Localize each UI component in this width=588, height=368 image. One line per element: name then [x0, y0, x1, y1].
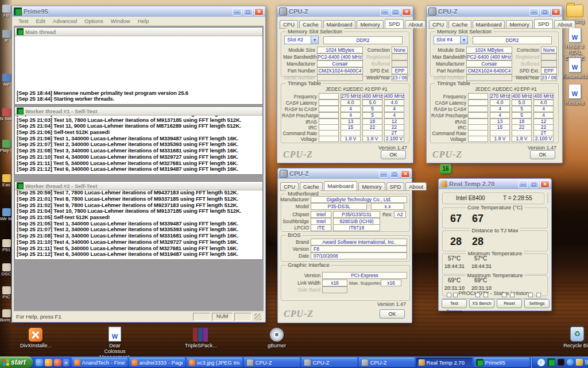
minimize-button[interactable]: — [380, 8, 389, 16]
partial-desktop-icon[interactable]: N Star [0, 108, 13, 121]
status-checkbox[interactable] [502, 293, 506, 297]
prime95-titlebar[interactable]: Prime95 — ▢ ✕ [12, 6, 265, 17]
task-button-cpuz-3[interactable]: CPU-Z [359, 358, 415, 367]
menu-edit[interactable]: Edit [36, 18, 45, 24]
tab-mainboard[interactable]: Mainboard [323, 20, 356, 28]
maximize-button[interactable]: ▢ [391, 8, 400, 16]
task-button-andrei3333[interactable]: andrei3333 - Page 1 -... [129, 358, 185, 367]
cpuz-titlebar[interactable]: CPU-Z — ▢ ✕ [277, 6, 413, 17]
tab-about[interactable]: About [554, 20, 575, 28]
menu-window[interactable]: Window [111, 18, 130, 24]
desktop-icon-phase2-real-estate[interactable]: W HASE 2 REAL ESTATE [559, 28, 588, 61]
desktop-icon-resume[interactable]: W Resume [559, 84, 588, 106]
maximize-button[interactable]: ▢ [540, 8, 550, 16]
partial-desktop-icon[interactable]: PIC [0, 286, 13, 300]
settings-button[interactable]: Settings [524, 299, 550, 308]
slot-select-dropdown[interactable]: Slot #2 ▼ [284, 36, 319, 44]
minimize-button[interactable]: — [233, 8, 242, 16]
desktop-icon-resume01[interactable]: W Resume01 [559, 57, 588, 79]
cpuz-titlebar[interactable]: CPU-Z — ▢ ✕ [427, 6, 562, 17]
close-button[interactable]: ✕ [540, 181, 550, 188]
partial-desktop-icon[interactable]: R [0, 30, 13, 43]
realtemp-titlebar[interactable]: Real Temp 2.70 — ▢ ✕ [439, 179, 551, 189]
menu-test[interactable]: Test [18, 18, 28, 24]
partial-desktop-icon[interactable]: P51 [0, 239, 13, 252]
tab-cpu[interactable]: CPU [280, 20, 298, 28]
task-button-cpuz-1[interactable]: CPU-Z [244, 358, 300, 367]
tray-collapse-icon[interactable]: ‹ [537, 359, 545, 366]
tab-spd[interactable]: SPD [385, 19, 404, 28]
menu-options[interactable]: Options [84, 18, 103, 24]
chevron-expand-icon[interactable]: » [63, 359, 69, 366]
partial-desktop-icon[interactable]: Wir Mes [0, 208, 13, 221]
partial-desktop-icon[interactable]: Ne [0, 74, 13, 87]
tab-memory[interactable]: Memory [357, 20, 383, 28]
firefox-icon[interactable] [54, 359, 61, 366]
partial-desktop-icon[interactable]: Boris_ [0, 309, 13, 323]
prime95-tray-icon[interactable] [547, 358, 555, 366]
status-checkbox[interactable] [510, 293, 514, 297]
desktop-icon-triplespack[interactable]: TripleSPack... [185, 328, 216, 348]
tab-mainboard[interactable]: Mainboard [324, 181, 358, 190]
task-button-anandtech[interactable]: AnandTech - Finetuni... [72, 358, 127, 367]
tab-cache[interactable]: Cache [448, 20, 471, 28]
close-button[interactable]: ✕ [551, 8, 560, 16]
desktop-icon-recycle-bin[interactable]: ♻ Recycle Bin [562, 327, 588, 348]
desktop-icon-dear-colossus[interactable]: W Dear Colossus Management... [99, 327, 130, 360]
partial-desktop-icon[interactable]: FB [0, 5, 13, 18]
green-16-icon[interactable]: 16 [440, 164, 451, 174]
task-button-oc3jpg[interactable]: oc3.jpg (JPEG Image,... [187, 358, 242, 367]
tab-cache[interactable]: Cache [299, 20, 322, 28]
ok-button[interactable]: OK [380, 309, 405, 319]
tab-spd[interactable]: SPD [386, 182, 405, 190]
status-checkbox[interactable] [475, 293, 480, 297]
task-button-cpuz-2[interactable]: CPU-Z [301, 358, 357, 367]
main-thread-titlebar[interactable]: Main thread [15, 28, 262, 36]
tab-memory[interactable]: Memory [358, 182, 385, 190]
tab-about[interactable]: About [405, 20, 426, 28]
test-sensors-button[interactable]: Test Sensors [442, 299, 467, 308]
tab-cpu[interactable]: CPU [429, 20, 447, 28]
volume-tray-icon[interactable] [576, 359, 583, 366]
tab-spd[interactable]: SPD [534, 19, 554, 28]
internet-explorer-icon[interactable] [36, 359, 43, 366]
cpuz-titlebar[interactable]: CPU-Z — ▢ ✕ [278, 168, 412, 179]
status-checkbox[interactable] [528, 293, 533, 297]
start-button[interactable]: start [0, 356, 33, 368]
resize-grip[interactable] [254, 313, 261, 320]
status-checkbox[interactable] [536, 293, 541, 297]
slider-handle[interactable] [545, 193, 548, 203]
minimize-button[interactable]: — [529, 8, 539, 16]
minimize-button[interactable]: — [379, 170, 388, 178]
tab-about[interactable]: About [405, 182, 427, 190]
slot-select-dropdown[interactable]: Slot #4 ▼ [434, 36, 468, 44]
prochot-checkbox[interactable] [447, 293, 451, 297]
prochot-checkbox[interactable] [453, 293, 458, 297]
task-button-realtemp[interactable]: Real Temp 2.70 [416, 358, 472, 367]
close-button[interactable]: ✕ [402, 8, 411, 16]
menu-advanced[interactable]: Advanced [53, 18, 77, 24]
close-button[interactable]: ✕ [401, 170, 410, 178]
task-button-prime95[interactable]: Prime95 [474, 358, 529, 367]
desktop-icon-gburner[interactable]: gBurner [261, 328, 292, 348]
xs-bench-button[interactable]: XS Bench [469, 299, 494, 308]
status-checkbox[interactable] [483, 293, 488, 297]
ok-button[interactable]: OK [381, 150, 406, 159]
maximize-button[interactable]: ▢ [390, 170, 399, 178]
ok-button[interactable]: OK [530, 150, 555, 159]
media-player-icon[interactable] [45, 359, 52, 366]
maximize-button[interactable]: ▢ [529, 181, 539, 188]
partial-desktop-icon[interactable]: Eas [0, 174, 13, 187]
reset-button[interactable]: Reset [497, 299, 522, 308]
worker-thread-1-titlebar[interactable]: Worker thread #1 - Self-Test [15, 107, 262, 116]
network-tray-icon[interactable] [567, 359, 574, 366]
tab-cpu[interactable]: CPU [280, 182, 299, 190]
menu-help[interactable]: Help [138, 18, 149, 24]
worker-thread-2-titlebar[interactable]: Worker thread #2 - Self-Test [15, 182, 262, 190]
tab-memory[interactable]: Memory [506, 20, 532, 28]
desktop-icon-divx-installer[interactable]: DivXInstalle... [20, 328, 51, 348]
partial-desktop-icon[interactable]: DSC [0, 263, 13, 277]
close-button[interactable]: ✕ [254, 8, 264, 16]
maximize-button[interactable]: ▢ [243, 8, 253, 16]
partial-desktop-icon[interactable]: Play O & Cor [0, 140, 13, 153]
